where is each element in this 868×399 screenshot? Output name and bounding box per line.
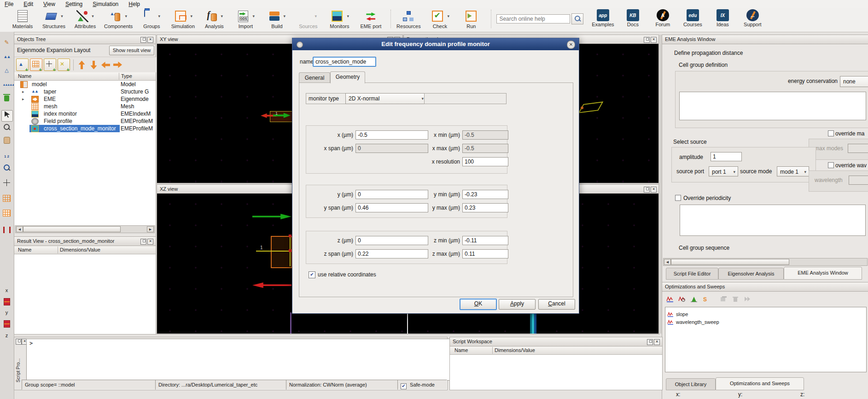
- tab-script-file-editor[interactable]: Script File Editor: [666, 268, 718, 280]
- new-s-parameter-icon[interactable]: S: [701, 294, 711, 304]
- tree-row-cross-section-monitor-selected[interactable]: cross_section_mode_monitor EMEProfileM: [14, 125, 156, 132]
- xz-handle-top[interactable]: [289, 235, 291, 237]
- toolbar-docs[interactable]: KBDocs: [621, 9, 645, 27]
- apply-button[interactable]: Apply: [499, 299, 536, 310]
- tab-object-library[interactable]: Object Library: [666, 378, 716, 390]
- close-icon[interactable]: ✕: [147, 37, 153, 43]
- close-icon[interactable]: ✕: [651, 37, 657, 43]
- move-up-arrow-icon[interactable]: [79, 60, 85, 69]
- float-panel-icon[interactable]: [140, 239, 146, 245]
- y-span-input[interactable]: [355, 203, 428, 212]
- grid-image-icon[interactable]: [1, 210, 12, 220]
- new-optimization-icon[interactable]: [677, 294, 687, 304]
- z-min-input[interactable]: [462, 236, 508, 245]
- chevron-down-icon[interactable]: ▾: [284, 14, 286, 18]
- tree-row-mesh[interactable]: mesh Mesh: [14, 103, 156, 110]
- workspace-body[interactable]: [450, 354, 662, 390]
- tree-row-taper[interactable]: ▸ ▲▲ taper Structure G: [14, 88, 156, 95]
- toolbar-structures[interactable]: ▾Structures: [41, 9, 66, 29]
- toolbar-resources[interactable]: Resources: [396, 9, 421, 29]
- array-structures-icon[interactable]: ▲▲▲▲▲▲: [1, 79, 12, 89]
- axes-crosshair-icon[interactable]: [1, 179, 12, 190]
- sweep-item-slope[interactable]: slope: [667, 310, 688, 318]
- dialog-menu-icon[interactable]: [297, 41, 303, 48]
- tab-optimizations-sweeps[interactable]: Optimizations and Sweeps: [716, 377, 804, 390]
- float-panel-icon[interactable]: [644, 187, 650, 193]
- select-cursor-icon[interactable]: [1, 110, 13, 122]
- toolbar-eme-port[interactable]: EME port: [358, 9, 383, 29]
- chevron-down-icon[interactable]: ▾: [92, 14, 94, 18]
- close-icon[interactable]: ✕: [567, 41, 575, 49]
- move-down-arrow-icon[interactable]: [91, 60, 97, 69]
- tree-row-index-monitor[interactable]: index monitor EMEIndexM: [14, 110, 156, 117]
- menu-simulation[interactable]: Simulation: [93, 1, 118, 7]
- toolbar-ideas[interactable]: IXIdeas: [711, 9, 734, 27]
- pan-hand-icon[interactable]: [1, 137, 12, 147]
- chevron-down-icon[interactable]: ▾: [253, 14, 255, 18]
- scrollbar-thumb[interactable]: [23, 226, 121, 232]
- search-icon[interactable]: [571, 13, 583, 24]
- toolbar-build[interactable]: ▾Build: [264, 9, 289, 29]
- xz-handle-mid[interactable]: [289, 249, 291, 252]
- monitor-type-select[interactable]: 2D X-normal▾: [345, 93, 426, 104]
- menu-setting[interactable]: Setting: [65, 1, 82, 7]
- scroll-right-icon[interactable]: ▶: [147, 226, 154, 232]
- new-param-sweep-icon[interactable]: [689, 294, 699, 304]
- scroll-left-icon[interactable]: ◀: [664, 259, 671, 265]
- tab-eigensolver-analysis[interactable]: Eigensolver Analysis: [718, 268, 784, 280]
- chevron-down-icon[interactable]: ▾: [191, 14, 193, 18]
- type-column-header[interactable]: Type: [121, 72, 132, 80]
- show-result-view-button[interactable]: Show result view: [109, 46, 154, 55]
- toolbar-support[interactable]: ...Support: [740, 9, 764, 27]
- y-min-input[interactable]: [462, 190, 508, 199]
- tree-row-field-profile[interactable]: Field profile EMEProfileM: [14, 117, 156, 125]
- z-input[interactable]: [355, 236, 428, 245]
- expand-icon[interactable]: ▸: [22, 88, 24, 95]
- chevron-down-icon[interactable]: ▾: [61, 14, 63, 18]
- safe-mode-checkbox[interactable]: ✔: [401, 383, 407, 389]
- close-icon[interactable]: ✕: [654, 339, 660, 345]
- grid-view-icon[interactable]: [1, 195, 12, 205]
- structure-outline-icon[interactable]: △: [1, 65, 12, 76]
- x-input[interactable]: [355, 130, 428, 140]
- y-input[interactable]: [355, 190, 428, 199]
- toolbar-check[interactable]: ▾Check: [427, 9, 452, 29]
- x-resolution-input[interactable]: [462, 157, 508, 166]
- y-max-input[interactable]: [462, 203, 508, 212]
- add-structure-button[interactable]: ▲: [16, 59, 29, 71]
- toolbar-analysis[interactable]: ▾Analysis: [202, 9, 227, 29]
- float-panel-icon[interactable]: [644, 37, 650, 43]
- expand-icon[interactable]: ▸: [22, 95, 24, 103]
- scroll-left-icon[interactable]: ◀: [16, 226, 23, 232]
- boundary-icon[interactable]: [1, 225, 12, 236]
- toolbar-materials[interactable]: Materials: [10, 9, 35, 29]
- ruler-12-icon[interactable]: 1 2: [1, 151, 12, 161]
- cancel-button[interactable]: Cancel: [538, 299, 575, 310]
- new-sweep-icon[interactable]: [665, 294, 675, 304]
- tree-row-eme[interactable]: ▸ EME Eigenmode: [14, 95, 156, 103]
- chevron-down-icon[interactable]: ▾: [347, 14, 350, 18]
- chevron-down-icon[interactable]: ▾: [125, 14, 127, 18]
- y-view-icon[interactable]: [1, 319, 12, 330]
- float-panel-icon[interactable]: [647, 339, 653, 345]
- float-panel-icon[interactable]: [16, 339, 22, 345]
- scrollbar-thumb[interactable]: [671, 259, 789, 265]
- toolbar-courses[interactable]: eduCourses: [681, 9, 705, 27]
- x-view-icon[interactable]: [1, 297, 12, 308]
- toolbar-simulation[interactable]: ▾Simulation: [170, 9, 195, 29]
- result-view-body[interactable]: [14, 254, 156, 334]
- periodicity-list[interactable]: [680, 205, 866, 236]
- zoom-region-icon[interactable]: [1, 164, 12, 175]
- add-axis-button[interactable]: [44, 59, 56, 71]
- close-icon[interactable]: ✕: [147, 239, 153, 245]
- source-mode-select[interactable]: mode 1▾: [777, 166, 809, 176]
- menu-edit[interactable]: Edit: [23, 1, 33, 7]
- eme-horizontal-scrollbar[interactable]: ◀: [663, 258, 868, 266]
- edit-structure-icon[interactable]: ✎: [1, 37, 12, 48]
- menu-file[interactable]: File: [5, 1, 13, 7]
- energy-conservation-select[interactable]: none▾: [840, 76, 868, 87]
- script-console-input[interactable]: >: [26, 339, 450, 381]
- sweep-item-wavelength-sweep[interactable]: wavelength_sweep: [667, 318, 719, 326]
- tree-row-model[interactable]: model Model: [14, 81, 156, 88]
- amplitude-input[interactable]: [711, 152, 742, 161]
